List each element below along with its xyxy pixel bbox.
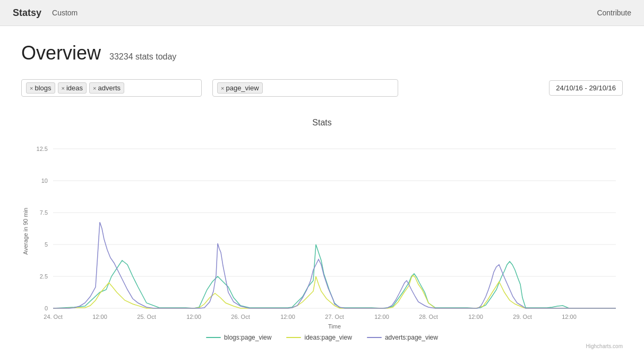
- app-logo: Statsy: [13, 7, 41, 19]
- legend-ideas-line: [286, 337, 301, 338]
- svg-text:12:00: 12:00: [92, 314, 107, 320]
- svg-text:26. Oct: 26. Oct: [231, 314, 250, 320]
- svg-text:12:00: 12:00: [468, 314, 483, 320]
- remove-blogs-icon[interactable]: ×: [30, 85, 33, 91]
- svg-text:24. Oct: 24. Oct: [44, 314, 62, 320]
- legend-blogs-line: [206, 337, 221, 338]
- legend-ideas-label: ideas:page_view: [304, 334, 351, 341]
- remove-page-view-icon[interactable]: ×: [221, 85, 224, 91]
- svg-text:29. Oct: 29. Oct: [513, 314, 531, 320]
- legend-adverts-line: [367, 337, 382, 338]
- overview-header: Overview 33234 stats today: [21, 42, 623, 64]
- stats-chart: Average in 90 min 0 2.5 5 7.5 10 12.5: [21, 133, 623, 330]
- sources-filter[interactable]: ×blogs ×ideas ×adverts: [21, 79, 202, 97]
- svg-text:12:00: 12:00: [186, 314, 201, 320]
- legend-blogs: blogs:page_view: [206, 334, 271, 341]
- chart-svg-wrapper: Average in 90 min 0 2.5 5 7.5 10 12.5: [21, 133, 623, 330]
- tag-ideas[interactable]: ×ideas: [58, 82, 87, 94]
- tag-blogs[interactable]: ×blogs: [26, 82, 55, 94]
- legend-adverts-label: adverts:page_view: [385, 334, 438, 341]
- main-content: Overview 33234 stats today ×blogs ×ideas…: [0, 26, 644, 363]
- legend-ideas: ideas:page_view: [286, 334, 351, 341]
- svg-text:Average in 90 min: Average in 90 min: [22, 208, 29, 255]
- chart-legend: blogs:page_view ideas:page_view adverts:…: [21, 334, 623, 341]
- svg-text:Time: Time: [328, 323, 341, 330]
- highcharts-link[interactable]: Highcharts.com: [586, 343, 623, 349]
- svg-text:10: 10: [41, 178, 48, 184]
- adverts-line: [53, 222, 616, 308]
- tag-page-view[interactable]: ×page_view: [217, 82, 263, 94]
- svg-text:27. Oct: 27. Oct: [325, 314, 344, 320]
- nav-custom[interactable]: Custom: [52, 9, 78, 17]
- svg-text:12:00: 12:00: [374, 314, 389, 320]
- tag-adverts[interactable]: ×adverts: [89, 82, 124, 94]
- remove-ideas-icon[interactable]: ×: [62, 85, 65, 91]
- highcharts-credit[interactable]: Highcharts.com: [21, 343, 623, 349]
- page-title: Overview: [21, 42, 101, 64]
- svg-text:2.5: 2.5: [40, 273, 48, 280]
- svg-text:25. Oct: 25. Oct: [137, 314, 156, 320]
- svg-text:12:00: 12:00: [562, 314, 577, 320]
- filter-row: ×blogs ×ideas ×adverts ×page_view 24/10/…: [21, 79, 623, 97]
- contribute-link[interactable]: Contribute: [597, 9, 631, 17]
- chart-container: Stats Average in 90 min 0 2.5 5 7.5 10: [21, 118, 623, 349]
- remove-adverts-icon[interactable]: ×: [93, 85, 96, 91]
- date-range-picker[interactable]: 24/10/16 - 29/10/16: [549, 80, 623, 96]
- legend-blogs-label: blogs:page_view: [224, 334, 271, 341]
- svg-text:12.5: 12.5: [37, 146, 48, 152]
- legend-adverts: adverts:page_view: [367, 334, 438, 341]
- header-left: Statsy Custom: [13, 7, 78, 19]
- svg-text:12:00: 12:00: [280, 314, 295, 320]
- app-header: Statsy Custom Contribute: [0, 0, 644, 26]
- event-filter[interactable]: ×page_view: [212, 79, 398, 97]
- svg-text:28. Oct: 28. Oct: [419, 314, 437, 320]
- chart-title: Stats: [21, 118, 623, 128]
- svg-text:5: 5: [45, 241, 48, 248]
- svg-text:7.5: 7.5: [40, 209, 48, 216]
- stats-today: 33234 stats today: [109, 52, 176, 62]
- svg-text:0: 0: [45, 305, 48, 311]
